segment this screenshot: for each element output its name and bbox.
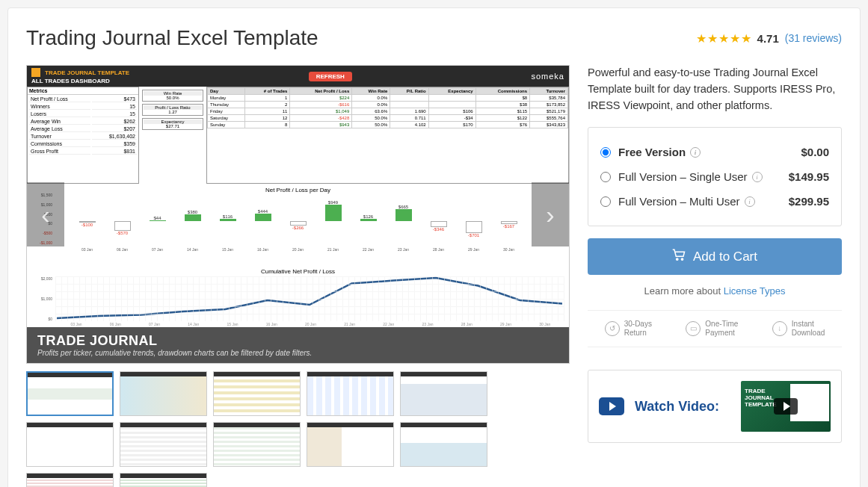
option-radio[interactable] — [600, 172, 611, 182]
thumbnail[interactable] — [120, 422, 207, 467]
chart2-yaxis: $2,000$1,000$0 — [30, 276, 52, 321]
bar-chart: Net Profit / Loss per Day $1,500$1,000$5… — [27, 184, 569, 266]
video-thumbnail: TRADE JOURNAL TEMPLATE — [741, 381, 831, 432]
chart1-title: Net Profit / Loss per Day — [28, 185, 567, 195]
thumbnail[interactable] — [213, 371, 301, 416]
badge: ↺30-DaysReturn — [605, 320, 652, 338]
rating-box[interactable]: ★ ★ ★ ★ ★ 4.71 (31 reviews) — [696, 31, 842, 46]
ss-subtitle: ALL TRADES DASHBOARD — [31, 78, 129, 84]
gallery-main: ‹ › TRADE JOURNAL TEMPLATE ALL TRADES DA… — [26, 65, 570, 364]
badge-icon: ↓ — [772, 321, 787, 336]
play-icon — [599, 397, 624, 415]
gallery-prev[interactable]: ‹ — [27, 182, 64, 246]
option-price: $299.95 — [789, 195, 829, 208]
thumbnail[interactable] — [400, 371, 487, 416]
watch-video-box[interactable]: Watch Video: TRADE JOURNAL TEMPLATE — [588, 370, 842, 443]
add-to-cart-label: Add to Cart — [693, 249, 757, 264]
thumbnail[interactable] — [307, 422, 394, 467]
brand-label: someka — [531, 72, 564, 81]
star-icon: ★ — [741, 31, 751, 46]
learn-more: Learn more about License Types — [588, 285, 842, 297]
metrics-header: Metrics — [28, 87, 138, 95]
refresh-button: REFRESH — [309, 72, 352, 81]
star-icon: ★ — [718, 31, 729, 46]
screenshot-overlay: TRADE JOURNAL Profits per ticker, cumula… — [27, 327, 569, 363]
star-icon: ★ — [730, 31, 740, 46]
svg-point-1 — [681, 258, 683, 260]
chart2-xaxis: 03 Jan06 Jan07 Jan14 Jan15 Jan16 Jan20 J… — [28, 322, 567, 326]
thumbnail[interactable] — [400, 422, 487, 467]
left-column: ‹ › TRADE JOURNAL TEMPLATE ALL TRADES DA… — [26, 65, 570, 487]
option-price: $0.00 — [801, 146, 829, 158]
license-types-link[interactable]: License Types — [724, 285, 786, 297]
cart-icon — [672, 249, 686, 264]
thumbnail[interactable] — [120, 473, 207, 487]
right-column: Powerful and easy-to-use Trading Journal… — [588, 65, 842, 487]
overlay-subtitle: Profits per ticker, cumulative trends, d… — [37, 349, 558, 357]
option-row[interactable]: Full Version – Multi User i$299.95 — [600, 189, 829, 214]
thumbnail[interactable] — [307, 371, 394, 416]
option-radio[interactable] — [600, 196, 611, 207]
description: Powerful and easy-to-use Trading Journal… — [588, 65, 842, 114]
thumbnail[interactable] — [213, 422, 301, 467]
overlay-title: TRADE JOURNAL — [37, 333, 558, 349]
option-radio[interactable] — [600, 147, 611, 158]
chart2-title: Cumulative Net Profit / Loss — [28, 267, 567, 276]
option-label: Full Version – Single User i — [618, 170, 789, 183]
header: Trading Journal Excel Template ★ ★ ★ ★ ★… — [26, 26, 842, 50]
page-title: Trading Journal Excel Template — [26, 26, 318, 50]
content: ‹ › TRADE JOURNAL TEMPLATE ALL TRADES DA… — [26, 65, 842, 487]
pricing-options: Free Version i$0.00Full Version – Single… — [588, 127, 842, 226]
day-table: Day# of TradesNet Profit / LossWin RateP… — [206, 87, 569, 184]
thumbnail[interactable] — [120, 371, 207, 416]
reviews-link[interactable]: (31 reviews) — [785, 32, 842, 44]
screenshot-preview: TRADE JOURNAL TEMPLATE ALL TRADES DASHBO… — [27, 66, 569, 363]
video-label: Watch Video: — [635, 399, 730, 415]
kpi-panel: Win Rate50.0%Profit / Loss Ratio1.27Expe… — [139, 87, 206, 184]
thumbnail[interactable] — [26, 371, 114, 416]
svg-point-0 — [677, 258, 678, 260]
info-icon[interactable]: i — [690, 147, 701, 158]
product-card: Trading Journal Excel Template ★ ★ ★ ★ ★… — [7, 7, 861, 487]
thumbnails — [26, 371, 570, 487]
badge-icon: ↺ — [605, 321, 620, 336]
option-row[interactable]: Full Version – Single User i$149.95 — [600, 164, 829, 189]
feature-badges: ↺30-DaysReturn▭One-TimePayment↓InstantDo… — [588, 310, 842, 347]
thumbnail[interactable] — [26, 473, 114, 487]
thumbnail[interactable] — [26, 422, 114, 467]
line-chart: Cumulative Net Profit / Loss $2,000$1,00… — [27, 266, 569, 337]
badge: ↓InstantDownload — [772, 320, 825, 338]
info-icon[interactable]: i — [745, 196, 755, 207]
badge-icon: ▭ — [686, 321, 701, 336]
ss-template-title: TRADE JOURNAL TEMPLATE — [45, 69, 129, 76]
stars: ★ ★ ★ ★ ★ — [696, 31, 751, 46]
option-label: Full Version – Multi User i — [618, 195, 789, 208]
ss-header: TRADE JOURNAL TEMPLATE ALL TRADES DASHBO… — [27, 66, 569, 87]
star-icon: ★ — [696, 31, 707, 46]
star-icon: ★ — [707, 31, 718, 46]
gallery-next[interactable]: › — [532, 182, 569, 246]
option-price: $149.95 — [789, 170, 829, 183]
metrics-panel: Metrics Net Profit / Loss$473Winners15Lo… — [27, 87, 139, 184]
add-to-cart-button[interactable]: Add to Cart — [588, 238, 842, 275]
badge: ▭One-TimePayment — [686, 320, 738, 338]
option-label: Free Version i — [618, 146, 801, 158]
rating-value: 4.71 — [757, 32, 779, 45]
option-row[interactable]: Free Version i$0.00 — [600, 140, 829, 164]
ss-body: Metrics Net Profit / Loss$473Winners15Lo… — [27, 87, 569, 184]
info-icon[interactable]: i — [752, 172, 763, 182]
